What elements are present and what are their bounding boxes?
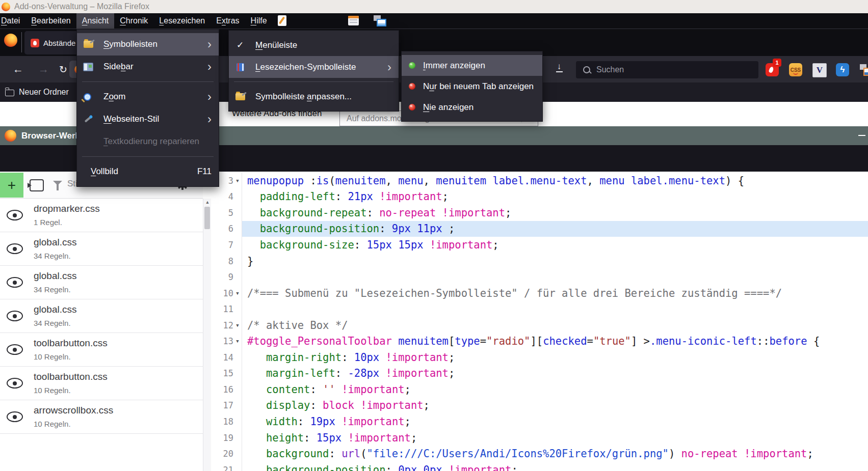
- code-text: padding-left: 21px !important;: [242, 189, 868, 205]
- stylesheet-row[interactable]: dropmarker.css 1 Regel.: [0, 199, 203, 232]
- code-text: display: block !important;: [242, 398, 868, 414]
- code-line-15[interactable]: 15margin-left: -28px !important;: [211, 366, 868, 382]
- code-line-17[interactable]: 17display: block !important;: [211, 398, 868, 414]
- stylesheet-name: arrowscrollbox.css: [34, 400, 203, 416]
- code-line-10[interactable]: 10▼/*=== Submenü zu "Lesezeichen-Symboll…: [211, 285, 868, 301]
- extension-partial-icon[interactable]: [860, 63, 868, 76]
- line-number: 14: [211, 352, 233, 363]
- stylesheet-row[interactable]: toolbarbutton.css 10 Regeln.: [0, 367, 203, 400]
- line-number: 8: [211, 256, 233, 266]
- menubar-item-chronik[interactable]: Chronik: [114, 13, 153, 29]
- menu-item-textkodierung[interactable]: Textkodierung reparieren: [77, 130, 219, 153]
- extension-v-icon[interactable]: V: [812, 63, 827, 77]
- toolbar-search-field[interactable]: Suchen: [576, 61, 758, 78]
- menu-item-immer-anzeigen[interactable]: Immer anzeigen: [402, 55, 542, 76]
- line-number: 12: [211, 320, 233, 330]
- menu-item-symbolleisten[interactable]: Symbolleisten ›: [77, 33, 219, 56]
- stylesheet-rule-count: 10 Regeln.: [34, 349, 203, 361]
- line-number: 20: [211, 449, 233, 459]
- stylesheet-row[interactable]: global.css 34 Regeln.: [0, 232, 203, 266]
- visibility-eye-icon[interactable]: [7, 210, 23, 220]
- code-line-5[interactable]: 5background-repeat: no-repeat !important…: [211, 205, 868, 221]
- stylesheet-row[interactable]: toolbarbutton.css 10 Regeln.: [0, 333, 203, 367]
- code-line-6[interactable]: 6background-position: 9px 11px ;: [211, 221, 868, 237]
- bookmark-neuer-ordner[interactable]: Neuer Ordner: [19, 88, 69, 97]
- line-number: 7: [211, 240, 233, 250]
- fold-arrow-icon[interactable]: ▼: [233, 323, 242, 328]
- line-number: 21: [211, 465, 233, 471]
- code-line-11[interactable]: 11: [211, 301, 868, 317]
- menubar-item-datei[interactable]: Datei: [0, 13, 25, 29]
- menu-item-sidebar[interactable]: Sidebar ›: [77, 56, 219, 78]
- new-stylesheet-button[interactable]: +: [0, 173, 23, 198]
- menubar-item-extras[interactable]: Extras: [211, 13, 245, 29]
- stylesheet-row[interactable]: global.css 34 Regeln.: [0, 266, 203, 299]
- code-line-7[interactable]: 7background-size: 15px 15px !important;: [211, 237, 868, 253]
- code-line-19[interactable]: 19height: 15px !important;: [211, 430, 868, 446]
- fold-arrow-icon[interactable]: ▼: [233, 291, 242, 296]
- window-palette-icon[interactable]: [348, 16, 359, 25]
- stylesheet-row[interactable]: global.css 34 Regeln.: [0, 299, 203, 333]
- code-text: [242, 301, 868, 317]
- visibility-eye-icon[interactable]: [7, 277, 23, 288]
- menu-item-symbolleiste-anpassen[interactable]: Symbolleiste anpassen...: [229, 86, 399, 107]
- forward-button[interactable]: →: [38, 56, 49, 82]
- extension-bolt-icon[interactable]: ϟ: [836, 63, 849, 76]
- visibility-eye-icon[interactable]: [7, 344, 23, 355]
- file-list-scrollbar[interactable]: ▲: [203, 199, 212, 471]
- menu-item-zoom[interactable]: Zoom ›: [77, 86, 219, 108]
- fold-arrow-icon[interactable]: ▼: [233, 178, 242, 183]
- download-arrow-icon: ↓: [557, 62, 562, 71]
- stylesheet-row[interactable]: arrowscrollbox.css 10 Regeln.: [0, 400, 203, 434]
- edit-pencil-icon[interactable]: [278, 15, 286, 26]
- overlapping-windows-icon[interactable]: [374, 15, 386, 26]
- import-stylesheet-icon[interactable]: [30, 179, 44, 191]
- menu-item-nur-bei-neuem-tab[interactable]: Nur bei neuem Tab anzeigen: [402, 76, 542, 97]
- code-text: /*=== Submenü zu "Lesezeichen-Symbolleis…: [242, 285, 868, 301]
- symbolleisten-submenu: ✓ Menüleiste Lesezeichen-Symbolleiste › …: [228, 30, 399, 112]
- menubar-item-hilfe[interactable]: Hilfe: [245, 13, 273, 29]
- code-line-4[interactable]: 4padding-left: 21px !important;: [211, 189, 868, 205]
- code-line-21[interactable]: 21background-position: 0px 0px !importan…: [211, 462, 868, 471]
- minimize-icon[interactable]: [858, 135, 865, 136]
- code-line-20[interactable]: 20background: url("file:///C:/Users/Andi…: [211, 446, 868, 462]
- scrollbar-thumb[interactable]: [204, 207, 210, 229]
- code-text: margin-left: -28px !important;: [242, 366, 868, 382]
- extension-css-icon[interactable]: CSS: [789, 63, 802, 76]
- firefox-devtools-logo-icon: [5, 130, 16, 142]
- downloads-button[interactable]: ↓: [554, 62, 565, 72]
- menubar-item-ansicht[interactable]: Ansicht: [76, 13, 114, 29]
- code-line-18[interactable]: 18width: 19px !important;: [211, 413, 868, 430]
- code-line-13[interactable]: 13▼#toggle_PersonalToolbar menuitem[type…: [211, 333, 868, 349]
- folder-icon: [5, 90, 14, 96]
- menu-item-lesezeichen-symbolleiste[interactable]: Lesezeichen-Symbolleiste ›: [229, 56, 399, 78]
- code-line-3[interactable]: 3▼menupopup :is(menuitem, menu, menuitem…: [211, 173, 868, 189]
- menu-item-webseiten-stil[interactable]: Webseiten-Stil ›: [77, 108, 219, 130]
- code-line-14[interactable]: 14margin-right: 10px !important;: [211, 349, 868, 366]
- red-dot-icon: [408, 104, 416, 110]
- menu-item-vollbild[interactable]: Vollbild F11: [77, 160, 219, 183]
- stylesheet-rule-count: 1 Regel.: [34, 214, 203, 227]
- menubar-item-lesezeichen[interactable]: Lesezeichen: [153, 13, 211, 29]
- back-button[interactable]: ←: [13, 56, 23, 82]
- scrollbar-up-icon[interactable]: ▲: [203, 200, 212, 205]
- css-source-editor[interactable]: 3▼menupopup :is(menuitem, menu, menuitem…: [211, 172, 868, 471]
- line-number: 4: [211, 191, 233, 202]
- code-line-8[interactable]: 8}: [211, 253, 868, 269]
- devtools-window-title: Browser-Werk: [21, 131, 80, 141]
- firefox-menu-logo-icon[interactable]: [4, 34, 17, 47]
- fold-arrow-icon[interactable]: ▼: [233, 339, 242, 344]
- visibility-eye-icon[interactable]: [7, 411, 23, 422]
- menubar-item-bearbeiten[interactable]: Bearbeiten: [25, 13, 76, 29]
- code-line-12[interactable]: 12▼/* aktive Box */: [211, 317, 868, 334]
- code-line-9[interactable]: 9: [211, 269, 868, 285]
- reload-button[interactable]: ↻: [59, 56, 67, 82]
- code-text: height: 15px !important;: [242, 430, 868, 446]
- visibility-eye-icon[interactable]: [7, 243, 23, 254]
- visibility-eye-icon[interactable]: [7, 311, 23, 321]
- menu-item-nie-anzeigen[interactable]: Nie anzeigen: [402, 97, 542, 118]
- visibility-eye-icon[interactable]: [7, 378, 23, 389]
- code-text: background-repeat: no-repeat !important;: [242, 205, 868, 221]
- code-line-16[interactable]: 16content: '' !important;: [211, 381, 868, 398]
- menu-item-menueleiste[interactable]: ✓ Menüleiste: [229, 34, 399, 56]
